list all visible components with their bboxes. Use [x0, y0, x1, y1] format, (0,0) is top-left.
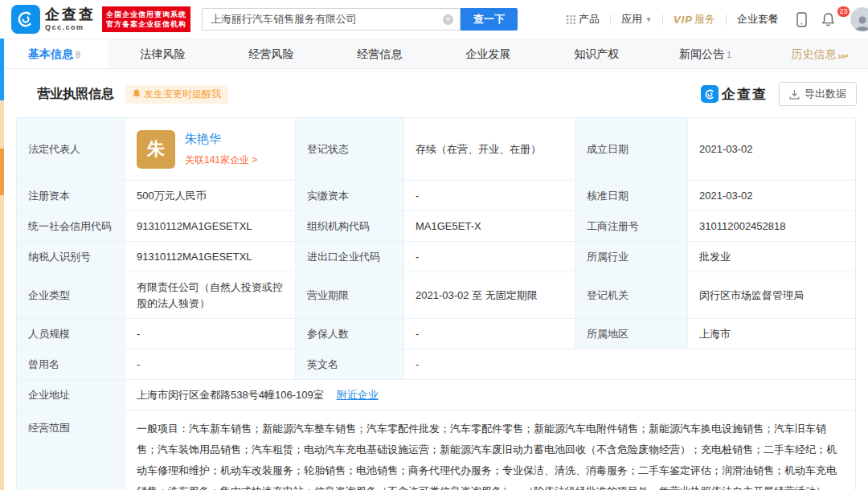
- tab-history-info[interactable]: 历史信息VIP: [760, 39, 868, 68]
- vip-badge: VIP: [838, 42, 849, 71]
- field-value: 闵行区市场监督管理局: [688, 272, 855, 319]
- qcc-watermark-label: 企查查: [722, 85, 768, 104]
- field-label: 纳税人识别号: [17, 242, 125, 272]
- tab-label: 历史信息: [792, 47, 837, 60]
- section-title: 营业执照信息: [37, 86, 114, 103]
- field-value: 2021-03-02: [688, 118, 855, 181]
- tab-basic-info[interactable]: 基本信息8: [0, 39, 108, 68]
- field-label: 人员规模: [17, 319, 125, 349]
- tab-intellectual-property[interactable]: 知识产权: [542, 39, 651, 68]
- field-value: 91310112MA1GESETXL: [125, 211, 296, 242]
- field-value: 有限责任公司（自然人投资或控股的法人独资）: [125, 272, 296, 319]
- qcc-logo-icon: [11, 5, 40, 34]
- qcc-logo[interactable]: 企查查 Qcc.com: [11, 5, 96, 34]
- alert-bell-icon: [133, 89, 141, 99]
- user-avatar[interactable]: [850, 7, 868, 31]
- field-value: 2021-03-02: [688, 181, 855, 211]
- tab-operation-risk[interactable]: 经营风险: [217, 39, 326, 68]
- nearby-companies-link[interactable]: 附近企业: [337, 387, 379, 403]
- menu-vip-service[interactable]: VIP 服务: [663, 12, 726, 27]
- business-license-table: 法定代表人 朱 朱艳华 关联141家企业 > 登记状态 存续（在营、开业、在册）…: [16, 117, 856, 490]
- tab-label: 基本信息: [28, 47, 73, 60]
- field-label: 成立日期: [575, 118, 688, 181]
- field-value: 310112002452818: [688, 211, 855, 242]
- field-label: 英文名: [296, 349, 404, 380]
- field-label: 组织机构代码: [296, 211, 404, 242]
- tab-label: 经营信息: [358, 47, 403, 60]
- field-value: 批发业: [688, 242, 855, 272]
- tab-legal-risk[interactable]: 法律风险: [108, 39, 217, 68]
- side-scroll-strip[interactable]: [0, 39, 4, 490]
- company-detail-tabs: 基本信息8 法律风险 经营风险 经营信息 企业发展 知识产权 新闻公告1 历史信…: [0, 39, 868, 69]
- field-value: 91310112MA1GESETXL: [125, 242, 296, 272]
- menu-enterprise-package[interactable]: 企业套餐: [727, 12, 789, 27]
- field-label: 登记状态: [296, 118, 404, 181]
- menu-package-label: 企业套餐: [737, 12, 779, 27]
- tab-label: 经营风险: [249, 47, 294, 60]
- legal-rep-avatar[interactable]: 朱: [137, 130, 175, 169]
- change-alert-badge[interactable]: 发生变更时提醒我: [125, 85, 228, 104]
- alert-badge-label: 发生变更时提醒我: [144, 88, 221, 101]
- related-companies-link[interactable]: 关联141家企业 >: [185, 152, 257, 168]
- tab-news-announcements[interactable]: 新闻公告1: [651, 39, 760, 68]
- tab-operation-info[interactable]: 经营信息: [326, 39, 434, 68]
- cert-line2: 官方备案企业征信机构: [106, 19, 186, 29]
- field-label: 进出口企业代码: [296, 242, 404, 272]
- field-value: 500万元人民币: [125, 181, 296, 211]
- logo-domain: Qcc.com: [45, 24, 96, 31]
- tab-label: 知识产权: [575, 47, 620, 60]
- legal-rep-name-link[interactable]: 朱艳华: [185, 131, 257, 147]
- tab-label: 新闻公告: [679, 47, 724, 60]
- mobile-app-icon[interactable]: [789, 12, 814, 27]
- field-label: 核准日期: [575, 181, 688, 211]
- strip-track: [0, 195, 4, 490]
- clear-search-icon[interactable]: ✕: [443, 14, 453, 25]
- company-address: 上海市闵行区金都路538号4幢106-109室: [137, 387, 324, 403]
- top-bar: 企查查 Qcc.com 全国企业信用查询系统 官方备案企业征信机构 ✕ 查一下 …: [0, 0, 868, 39]
- tab-label: 企业发展: [466, 47, 511, 60]
- menu-app-label: 应用: [621, 12, 642, 27]
- field-value: 2021-03-02 至 无固定期限: [404, 272, 575, 319]
- field-value: -: [125, 349, 296, 380]
- legal-representative-cell: 朱 朱艳华 关联141家企业 >: [125, 118, 296, 181]
- field-label: 企业地址: [17, 380, 125, 410]
- field-label: 所属行业: [575, 242, 688, 272]
- search-box: ✕: [202, 8, 461, 31]
- grid-icon: [567, 15, 579, 24]
- notifications-bell-icon[interactable]: 23: [814, 12, 842, 27]
- chevron-down-icon: ▼: [645, 16, 652, 23]
- field-value: MA1GE5ET-X: [404, 211, 575, 242]
- menu-product[interactable]: 产品: [556, 12, 610, 27]
- menu-product-label: 产品: [579, 12, 600, 27]
- tab-company-development[interactable]: 企业发展: [434, 39, 542, 68]
- search-input[interactable]: [209, 13, 443, 27]
- logo-name: 企查查: [45, 7, 96, 22]
- certification-badge: 全国企业信用查询系统 官方备案企业征信机构: [102, 6, 190, 32]
- tab-count: 1: [727, 50, 731, 59]
- field-label: 曾用名: [17, 349, 125, 380]
- field-label: 登记机关: [575, 272, 688, 319]
- business-scope-text: 一般项目：汽车新车销售；新能源汽车整车销售；汽车零配件批发；汽车零配件零售；新能…: [125, 410, 855, 490]
- strip-thumb: [0, 149, 4, 195]
- download-icon: [789, 89, 800, 100]
- field-value: 存续（在营、开业、在册）: [404, 118, 575, 181]
- menu-app[interactable]: 应用 ▼: [611, 12, 662, 27]
- field-value: -: [404, 242, 575, 272]
- strip-track: [0, 100, 4, 149]
- company-address-cell: 上海市闵行区金都路538号4幢106-109室 附近企业: [125, 380, 855, 410]
- field-label: 经营范围: [17, 410, 125, 490]
- field-label: 实缴资本: [296, 181, 404, 211]
- vip-suffix-label: 服务: [694, 12, 715, 27]
- qcc-watermark-logo: 企查查: [701, 85, 768, 104]
- field-label: 参保人数: [296, 319, 404, 349]
- field-label: 所属地区: [575, 319, 688, 349]
- export-data-button[interactable]: 导出数据: [779, 82, 857, 106]
- cert-line1: 全国企业信用查询系统: [106, 10, 186, 19]
- field-label: 统一社会信用代码: [17, 211, 125, 242]
- notification-count-badge: 23: [837, 6, 850, 18]
- field-value: -: [404, 319, 575, 349]
- field-label: 工商注册号: [575, 211, 688, 242]
- field-label: 企业类型: [17, 272, 125, 319]
- search-button[interactable]: 查一下: [461, 8, 518, 31]
- export-button-label: 导出数据: [805, 87, 846, 101]
